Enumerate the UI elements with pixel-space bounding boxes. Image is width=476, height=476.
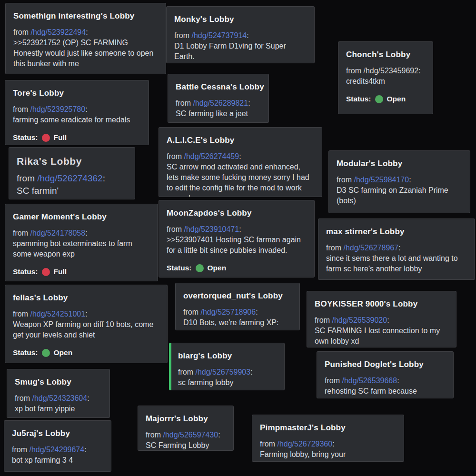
colon-label: : xyxy=(332,440,334,448)
post-link[interactable]: /hdg/524299674 xyxy=(29,446,84,454)
status-value: Open xyxy=(54,348,73,357)
lobby-card-punished-doglet: Punished Doglet's Lobby from /hdg/526539… xyxy=(317,351,454,398)
lobby-title: Smug's Lobby xyxy=(15,377,102,387)
lobby-description: sc farming lobby xyxy=(178,377,277,388)
from-line: from /hdg/526729360: xyxy=(260,439,396,449)
lobby-card-tore: Tore's Lobby from /hdg/523925780: farmin… xyxy=(5,80,149,145)
post-link[interactable]: /hdg/526539668 xyxy=(342,377,397,385)
lobby-description: D10 Bots, we're farming XP: xyxy=(183,317,292,328)
post-link[interactable]: /hdg/526759903 xyxy=(195,368,250,376)
from-line: from /hdg/523910471: xyxy=(167,224,307,235)
colon-label: : xyxy=(85,229,87,237)
lobby-title: Battle Cessna's Lobby xyxy=(176,82,261,92)
from-label: from xyxy=(13,105,30,113)
lobby-card-boykisser-9000: BOYKISSER 9000's Lobby from /hdg/5265390… xyxy=(307,291,456,347)
lobby-card-moonzapdos: MoonZapdos's Lobby from /hdg/523910471: … xyxy=(159,200,315,278)
post-link[interactable]: /hdg/526597430 xyxy=(163,431,218,439)
status-label: Status: xyxy=(13,133,38,142)
status-value: Open xyxy=(208,263,227,273)
post-link[interactable]: /hdg/526729360 xyxy=(277,440,332,448)
lobby-card-max-stirner: max stirner's Lobby from /hdg/526278967:… xyxy=(318,218,475,280)
colon-label: : xyxy=(256,308,258,316)
post-link[interactable]: /hdg/524737914 xyxy=(191,31,247,40)
lobby-description: SC arrow mod activated and enhanced, let… xyxy=(167,162,314,197)
colon-label: : xyxy=(418,67,420,75)
status-label: Status: xyxy=(346,94,371,104)
post-link[interactable]: /hdg/525984170 xyxy=(354,176,409,184)
from-line: from /hdg/524178058: xyxy=(13,228,150,238)
lobby-description: farming some eradicate for medals xyxy=(13,115,141,125)
post-link[interactable]: /hdg/526274362 xyxy=(37,173,102,183)
from-label: from xyxy=(167,152,184,160)
colon-label: : xyxy=(247,31,248,40)
post-link[interactable]: /hdg/526539020 xyxy=(332,316,387,324)
from-label: from xyxy=(326,244,343,252)
lobby-description: xp bot farm yippie xyxy=(15,404,102,414)
from-line: from /hdg/525984170: xyxy=(337,175,462,185)
post-link[interactable]: /hdg/525718906 xyxy=(200,308,256,316)
post-link[interactable]: /hdg/523459692 xyxy=(363,67,418,75)
lobby-title: fellas's Lobby xyxy=(13,293,159,303)
colon-label: : xyxy=(239,152,241,160)
from-label: from xyxy=(315,316,332,324)
lobby-description: SC farming like a jeet xyxy=(176,109,261,119)
lobby-description: rehosting SC farm because misclick xyxy=(325,386,446,398)
lobby-description: spamming bot exterminates to farm some w… xyxy=(13,238,150,259)
lobby-card-modular: Modular's Lobby from /hdg/525984170: D3 … xyxy=(328,150,470,213)
from-label: from xyxy=(17,173,37,183)
from-label: from xyxy=(13,310,30,318)
lobby-title: Ju5raj's Lobby xyxy=(12,428,103,439)
lobby-card-somethign-interesting: Somethign interesting's Lobby from /hdg/… xyxy=(5,3,166,74)
post-link[interactable]: /hdg/524251001 xyxy=(30,310,85,318)
lobby-card-alice: A.L.I.C.E's Lobby from /hdg/526274459: S… xyxy=(159,127,322,197)
from-line: from /hdg/524251001: xyxy=(13,309,159,319)
lobby-card-overtorqued-nut: overtorqued_nut's Lobby from /hdg/525718… xyxy=(175,283,300,330)
post-link[interactable]: /hdg/523910471 xyxy=(184,225,239,233)
lobby-card-gamer-moment: Gamer Moment's Lobby from /hdg/524178058… xyxy=(5,204,158,281)
post-link[interactable]: /hdg/523925780 xyxy=(30,105,85,113)
lobby-description: SC FARMING I lost connection to my own l… xyxy=(315,326,448,347)
from-line: from /hdg/526278967: xyxy=(326,243,467,253)
from-label: from xyxy=(167,225,184,233)
from-label: from xyxy=(325,377,342,385)
from-line: from /hdg/526597430: xyxy=(146,430,226,440)
lobby-card-smug: Smug's Lobby from /hdg/524323604: xp bot… xyxy=(7,369,110,418)
colon-label: : xyxy=(84,446,86,454)
status-dot-icon xyxy=(375,95,383,103)
from-line: from /hdg/523459692: xyxy=(346,66,425,76)
from-label: from xyxy=(346,67,363,75)
lobby-description: Weapon XP farming on diff 10 bots, come … xyxy=(13,319,159,340)
from-line: from /hdg/526274362: xyxy=(17,172,127,185)
from-line: from /hdg/526759903: xyxy=(178,367,277,377)
lobby-card-blarg: blarg's Lobby from /hdg/526759903: sc fa… xyxy=(169,343,285,390)
from-label: from xyxy=(13,229,30,237)
colon-label: : xyxy=(239,225,241,233)
lobby-card-battle-cessna: Battle Cessna's Lobby from /hdg/52628982… xyxy=(168,74,269,123)
lobby-title: Somethign interesting's Lobby xyxy=(13,11,158,21)
from-label: from xyxy=(337,176,354,184)
colon-label: : xyxy=(85,310,87,318)
post-link[interactable]: /hdg/526274459 xyxy=(184,152,239,160)
status-dot-icon xyxy=(196,264,204,272)
post-link[interactable]: /hdg/526278967 xyxy=(343,244,398,252)
lobby-description: bot xp farming 3 4 xyxy=(12,455,103,466)
from-label: from xyxy=(260,440,277,448)
colon-label: : xyxy=(85,105,87,113)
lobby-card-ju5raj: Ju5raj's Lobby from /hdg/524299674: bot … xyxy=(4,420,111,472)
post-link[interactable]: /hdg/524178058 xyxy=(30,229,85,237)
lobby-card-pimpmasterj: PimpmasterJ's Lobby from /hdg/526729360:… xyxy=(252,415,404,462)
lobby-title: overtorqued_nut's Lobby xyxy=(183,291,292,301)
lobby-title: MoonZapdos's Lobby xyxy=(167,208,307,218)
from-line: from /hdg/526539668: xyxy=(325,376,446,386)
lobby-description: credits4tkm xyxy=(346,76,425,87)
post-link[interactable]: /hdg/523922494 xyxy=(30,28,86,36)
post-link[interactable]: /hdg/524323604 xyxy=(32,394,87,402)
lobby-card-fellas: fellas's Lobby from /hdg/524251001: Weap… xyxy=(5,285,168,363)
status-dot-icon xyxy=(42,268,50,276)
lobby-card-rika: Rika's Lobby from /hdg/526274362: SC far… xyxy=(9,147,135,199)
post-link[interactable]: /hdg/526289821 xyxy=(193,99,248,107)
from-label: from xyxy=(146,431,163,439)
colon-label: : xyxy=(87,394,89,402)
status-value: Open xyxy=(387,94,406,104)
colon-label: : xyxy=(409,176,411,184)
